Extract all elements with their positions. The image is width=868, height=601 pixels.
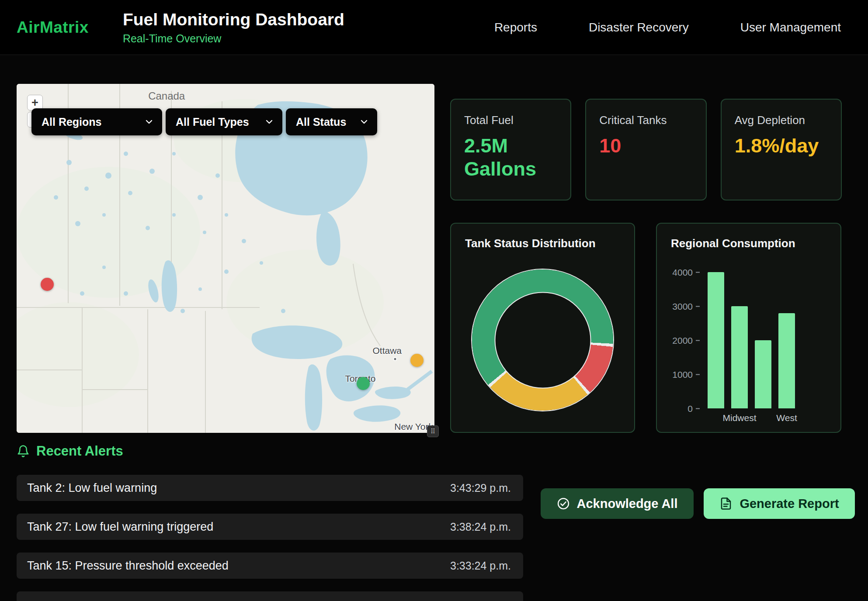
acknowledge-all-button[interactable]: Acknowledge All (541, 488, 694, 519)
map-label-ottawa: Ottawa (373, 345, 402, 356)
y-tick-label: 4000 (672, 268, 700, 277)
main-nav: Reports Disaster Recovery User Managemen… (494, 21, 841, 35)
map-marker-warning[interactable] (410, 354, 424, 367)
region-filter-dropdown[interactable]: All Regions (31, 108, 162, 135)
generate-report-button[interactable]: Generate Report (704, 488, 855, 519)
y-tick-label: 2000 (672, 336, 700, 345)
acknowledge-all-label: Acknowledge All (577, 497, 678, 511)
map-marker-normal[interactable] (357, 377, 370, 390)
y-tick-label: 3000 (672, 302, 700, 311)
y-tick-label: 1000 (672, 370, 700, 379)
page-subtitle: Real-Time Overview (123, 32, 344, 45)
page-title-block: Fuel Monitoring Dashboard Real-Time Over… (123, 10, 344, 45)
generate-report-label: Generate Report (740, 497, 839, 511)
water-lake-michigan (305, 364, 322, 430)
alert-time: 3:33:24 p.m. (450, 560, 511, 572)
kpi-card-critical-tanks: Critical Tanks 10 (585, 99, 706, 200)
bar (755, 340, 771, 408)
kpi-label: Critical Tanks (599, 114, 692, 127)
chart-title: Regional Consumption (671, 237, 826, 250)
y-tick-label: 0 (687, 404, 700, 413)
kpi-label: Avg Depletion (735, 114, 828, 127)
bar-plot (702, 272, 795, 408)
bar (708, 272, 724, 408)
bar (778, 313, 795, 408)
alert-message: Tank 27: Low fuel warning triggered (27, 520, 213, 534)
donut-hole (495, 293, 590, 387)
x-tick-label: West (778, 413, 795, 423)
map-marker-critical[interactable] (41, 278, 54, 291)
alert-row[interactable]: Tank 2: Low fuel warning 3:43:29 p.m. (17, 475, 523, 501)
charts-row: Tank Status Distribution Regional Consum… (450, 223, 842, 433)
status-filter-value: All Status (296, 116, 346, 128)
kpi-value: 2.5M Gallons (464, 134, 550, 180)
fuel-type-filter-value: All Fuel Types (176, 116, 249, 128)
ottawa-city-dot (393, 357, 397, 361)
regional-consumption-card: Regional Consumption 01000200030004000 M… (656, 223, 841, 433)
map-filter-bar: All Regions All Fuel Types All Status (31, 108, 377, 135)
bar-x-axis: MidwestWest (702, 413, 795, 423)
alerts-title: Recent Alerts (36, 443, 123, 459)
recent-alerts-section: Recent Alerts Tank 2: Low fuel warning 3… (0, 433, 868, 601)
x-tick-label: Midwest (731, 413, 748, 423)
x-tick-label (755, 413, 771, 423)
dashboard-right-column: Total Fuel 2.5M Gallons Critical Tanks 1… (450, 99, 842, 433)
alert-actions: Acknowledge All Generate Report (541, 488, 855, 519)
nav-disaster-recovery[interactable]: Disaster Recovery (589, 21, 689, 35)
map-panel: Canada Ottawa Toronto New York + − All R… (17, 84, 434, 433)
region-filter-value: All Regions (42, 116, 102, 128)
alert-message: Tank 2: Low fuel warning (27, 481, 157, 495)
alerts-heading: Recent Alerts (17, 443, 842, 459)
top-bar: AirMatrix Fuel Monitoring Dashboard Real… (0, 0, 868, 55)
main-content: Canada Ottawa Toronto New York + − All R… (0, 55, 868, 433)
bell-icon (17, 445, 30, 458)
chart-title: Tank Status Distribution (465, 237, 620, 250)
bar (731, 306, 748, 408)
alert-time: 3:43:29 p.m. (450, 482, 511, 494)
map-canvas[interactable]: Canada Ottawa Toronto New York (17, 84, 434, 433)
kpi-row: Total Fuel 2.5M Gallons Critical Tanks 1… (450, 99, 842, 200)
kpi-card-avg-depletion: Avg Depletion 1.8%/day (721, 99, 842, 200)
kpi-card-total-fuel: Total Fuel 2.5M Gallons (450, 99, 571, 200)
regional-consumption-bar-chart: 01000200030004000 MidwestWest (671, 272, 826, 423)
nav-reports[interactable]: Reports (494, 21, 537, 35)
fuel-type-filter-dropdown[interactable]: All Fuel Types (166, 108, 282, 135)
kpi-value: 10 (599, 134, 685, 157)
bar-y-axis: 01000200030004000 (671, 272, 700, 408)
alert-time: 3:38:24 p.m. (450, 521, 511, 533)
status-filter-dropdown[interactable]: All Status (286, 108, 377, 135)
chevron-down-icon (144, 117, 154, 127)
bar-plot-column: MidwestWest (702, 272, 795, 423)
alert-row-partial[interactable] (17, 591, 523, 601)
kpi-label: Total Fuel (464, 114, 557, 127)
app-logo: AirMatrix (17, 18, 89, 37)
x-tick-label (708, 413, 724, 423)
chevron-down-icon (359, 117, 369, 127)
page-title: Fuel Monitoring Dashboard (123, 10, 344, 29)
map-label-country: Canada (148, 90, 185, 102)
check-circle-icon (557, 497, 570, 510)
map-resize-handle[interactable]: ⠿ (427, 425, 439, 437)
chevron-down-icon (264, 117, 274, 127)
tank-status-card: Tank Status Distribution (450, 223, 635, 433)
tank-status-donut-chart (472, 269, 613, 411)
alert-message: Tank 15: Pressure threshold exceeded (27, 559, 229, 573)
nav-user-management[interactable]: User Management (740, 21, 841, 35)
alert-row[interactable]: Tank 27: Low fuel warning triggered 3:38… (17, 514, 523, 540)
kpi-value: 1.8%/day (735, 134, 820, 157)
alert-row[interactable]: Tank 15: Pressure threshold exceeded 3:3… (17, 553, 523, 579)
document-icon (719, 497, 733, 510)
